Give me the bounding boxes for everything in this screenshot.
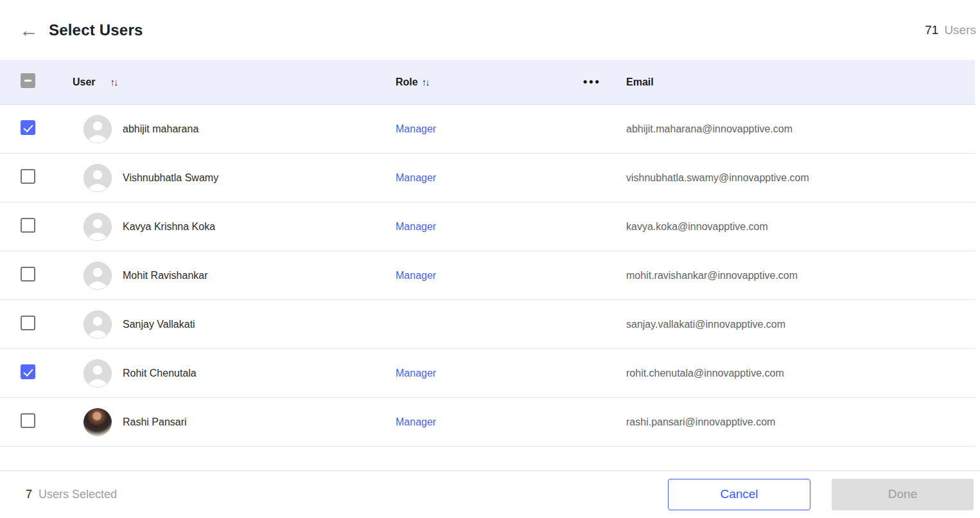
avatar <box>83 310 112 339</box>
email-cell: sanjay.vallakati@innovapptive.com <box>626 319 975 330</box>
row-checkbox[interactable] <box>21 169 35 184</box>
user-name: Rohit Chenutala <box>123 368 197 379</box>
columns-menu-cell: ••• <box>583 76 626 88</box>
sort-icon[interactable]: ↑↓ <box>422 76 429 87</box>
role-link[interactable]: Manager <box>396 172 436 183</box>
email-text: vishnubhatla.swamy@innovapptive.com <box>626 172 809 183</box>
more-columns-icon[interactable]: ••• <box>583 75 601 88</box>
role-link[interactable]: Manager <box>396 416 436 427</box>
table-row[interactable]: Rohit Chenutala Manager rohit.chenutala@… <box>0 349 975 398</box>
row-checkbox-cell <box>0 267 83 284</box>
email-cell: rashi.pansari@innovapptive.com <box>626 416 975 428</box>
avatar <box>83 213 112 241</box>
user-cell: Sanjay Vallakati <box>83 310 396 339</box>
footer-bar: 7 Users Selected Cancel Done <box>0 471 980 517</box>
role-cell: Manager <box>396 123 626 135</box>
table-row[interactable]: Mohit Ravishankar Manager mohit.ravishan… <box>0 251 975 300</box>
user-name: Mohit Ravishankar <box>123 270 208 281</box>
avatar <box>83 164 112 192</box>
table-row[interactable]: Sanjay Vallakati sanjay.vallakati@innova… <box>0 300 975 349</box>
email-cell: vishnubhatla.swamy@innovapptive.com <box>626 172 975 184</box>
email-cell: rohit.chenutala@innovapptive.com <box>626 368 975 379</box>
select-all-cell <box>0 73 73 91</box>
table-row[interactable]: Rashi Pansari Manager rashi.pansari@inno… <box>0 398 975 447</box>
email-text: mohit.ravishankar@innovapptive.com <box>626 270 798 281</box>
person-icon <box>83 359 112 388</box>
row-checkbox[interactable] <box>21 267 35 281</box>
user-cell: Vishnubhatla Swamy <box>83 164 396 192</box>
done-button[interactable]: Done <box>832 479 974 510</box>
email-column-label: Email <box>626 76 654 87</box>
role-cell: Manager <box>396 270 626 281</box>
user-name: Rashi Pansari <box>123 416 187 428</box>
user-cell: abhijit maharana <box>83 115 396 143</box>
person-icon <box>83 115 112 143</box>
row-checkbox[interactable] <box>21 413 35 428</box>
row-checkbox-cell <box>0 169 83 186</box>
table-row[interactable]: abhijit maharana Manager abhijit.maharan… <box>0 105 975 154</box>
role-column-header[interactable]: Role↑↓ <box>396 76 583 88</box>
row-checkbox-cell <box>0 120 83 138</box>
row-checkbox[interactable] <box>21 316 35 330</box>
avatar <box>83 359 112 388</box>
role-link[interactable]: Manager <box>396 123 436 134</box>
avatar <box>83 408 112 436</box>
email-cell: abhijit.maharana@innovapptive.com <box>626 123 975 135</box>
email-text: abhijit.maharana@innovapptive.com <box>626 123 792 134</box>
role-cell: Manager <box>396 416 626 428</box>
email-text: sanjay.vallakati@innovapptive.com <box>626 319 785 330</box>
person-icon <box>83 213 112 241</box>
user-column-header[interactable]: User↑↓ <box>73 76 396 88</box>
role-cell: Manager <box>396 172 626 184</box>
user-cell: Rohit Chenutala <box>83 359 396 388</box>
row-checkbox-cell <box>0 364 83 382</box>
table-row[interactable]: Kavya Krishna Koka Manager kavya.koka@in… <box>0 202 975 251</box>
role-cell: Manager <box>396 368 626 379</box>
role-column-label: Role <box>396 76 418 87</box>
row-checkbox-cell <box>0 218 83 235</box>
user-name: Vishnubhatla Swamy <box>123 172 218 184</box>
user-column-label: User <box>73 76 96 88</box>
selected-count: 7 <box>26 488 32 501</box>
email-text: rashi.pansari@innovapptive.com <box>626 416 775 427</box>
users-total-count: 71 <box>925 23 938 37</box>
user-cell: Kavya Krishna Koka <box>83 213 396 241</box>
user-name: abhijit maharana <box>123 123 198 135</box>
row-checkbox[interactable] <box>21 120 35 135</box>
avatar <box>83 115 112 143</box>
email-cell: mohit.ravishankar@innovapptive.com <box>626 270 975 281</box>
table-header-row: User↑↓ Role↑↓ ••• Email <box>0 60 975 105</box>
role-cell: Manager <box>396 221 626 233</box>
users-total: 71 Users <box>925 23 977 37</box>
select-all-checkbox[interactable] <box>21 73 35 88</box>
user-name: Sanjay Vallakati <box>123 319 195 330</box>
page-title: Select Users <box>49 21 143 39</box>
role-link[interactable]: Manager <box>396 270 436 281</box>
person-icon <box>83 310 112 339</box>
user-list: abhijit maharana Manager abhijit.maharan… <box>0 105 975 447</box>
email-text: rohit.chenutala@innovapptive.com <box>626 368 784 379</box>
avatar <box>83 262 112 290</box>
user-name: Kavya Krishna Koka <box>123 221 215 233</box>
selected-label: Users Selected <box>39 488 117 501</box>
row-checkbox[interactable] <box>21 218 35 233</box>
user-cell: Rashi Pansari <box>83 408 396 436</box>
users-total-label: Users <box>944 23 976 37</box>
person-icon <box>83 262 112 290</box>
list-bottom-spacer <box>0 447 980 471</box>
page-header: ← Select Users 71 Users <box>0 0 980 60</box>
cancel-button[interactable]: Cancel <box>668 479 810 510</box>
role-link[interactable]: Manager <box>396 221 436 232</box>
row-checkbox[interactable] <box>21 364 35 379</box>
row-checkbox-cell <box>0 413 83 431</box>
selected-summary: 7 Users Selected <box>26 488 117 501</box>
email-text: kavya.koka@innovapptive.com <box>626 221 768 232</box>
person-icon <box>83 164 112 192</box>
table-row[interactable]: Vishnubhatla Swamy Manager vishnubhatla.… <box>0 154 975 202</box>
user-cell: Mohit Ravishankar <box>83 262 396 290</box>
sort-icon[interactable]: ↑↓ <box>110 76 118 87</box>
back-arrow-icon[interactable]: ← <box>19 21 39 40</box>
row-checkbox-cell <box>0 316 83 333</box>
email-column-header: Email <box>626 76 975 88</box>
role-link[interactable]: Manager <box>396 368 436 379</box>
